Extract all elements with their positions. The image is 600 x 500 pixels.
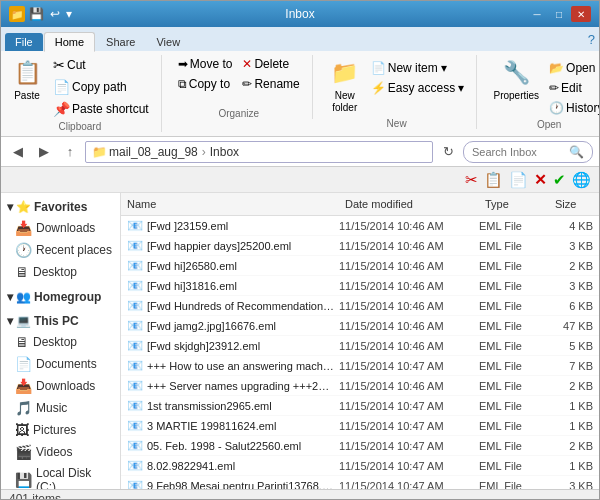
file-name: [Fwd hi]26580.eml	[147, 260, 339, 272]
col-header-name[interactable]: Name	[121, 196, 339, 212]
sidebar-item-recent[interactable]: 🕐 Recent places	[1, 239, 120, 261]
title-bar-left: 📁 💾 ↩ ▾	[9, 6, 72, 22]
cut-button[interactable]: ✂ Cut	[49, 55, 153, 75]
delete-button[interactable]: ✕ Delete	[238, 55, 303, 73]
table-row[interactable]: 📧 3 MARTIE 199811624.eml 11/15/2014 10:4…	[121, 416, 599, 436]
tab-view[interactable]: View	[146, 33, 190, 51]
maximize-button[interactable]: □	[549, 6, 569, 22]
path-segment-2[interactable]: Inbox	[210, 145, 239, 159]
table-row[interactable]: 📧 +++ How to use an answering machine (A…	[121, 356, 599, 376]
table-row[interactable]: 📧 [Fwd hi]26580.eml 11/15/2014 10:46 AM …	[121, 256, 599, 276]
newfolder-button[interactable]: 📁 New folder	[325, 55, 365, 116]
file-icon: 📧	[127, 398, 143, 413]
copyto-button[interactable]: ⧉ Copy to	[174, 75, 237, 93]
toolbar-delete-icon[interactable]: ✕	[534, 171, 547, 189]
menu-icon[interactable]: ▾	[66, 7, 72, 21]
table-row[interactable]: 📧 +++ Server names upgrading +++28097.em…	[121, 376, 599, 396]
table-row[interactable]: 📧 [Fwd ]23159.eml 11/15/2014 10:46 AM EM…	[121, 216, 599, 236]
properties-button[interactable]: 🔧 Properties	[489, 55, 543, 104]
sidebar-item-downloads[interactable]: 📥 Downloads	[1, 217, 120, 239]
search-box[interactable]: 🔍	[463, 141, 593, 163]
ribbon-tabs: File Home Share View ?	[1, 27, 599, 51]
homegroup-icon: 👥	[16, 290, 31, 304]
sidebar-item-pictures[interactable]: 🖼 Pictures	[1, 419, 120, 441]
table-row[interactable]: 📧 [Fwd Hundreds of Recommendations from …	[121, 296, 599, 316]
search-icon: 🔍	[569, 145, 584, 159]
newitem-label: New item ▾	[388, 61, 447, 75]
undo-icon[interactable]: ↩	[50, 7, 60, 21]
file-size: 1 KB	[549, 460, 599, 472]
save-icon[interactable]: 💾	[29, 7, 44, 21]
desktop-fav-icon: 🖥	[15, 264, 29, 280]
chevron-right-icon: ▾	[7, 290, 13, 304]
thispc-chevron-icon: ▾	[7, 314, 13, 328]
file-icon: 📧	[127, 438, 143, 453]
file-icon: 📧	[127, 218, 143, 233]
table-row[interactable]: 📧 [Fwd skjdgh]23912.eml 11/15/2014 10:46…	[121, 336, 599, 356]
clipboard-group-label: Clipboard	[58, 119, 101, 132]
col-header-type[interactable]: Type	[479, 196, 549, 212]
sidebar-header-favorites[interactable]: ▾ ⭐ Favorites	[1, 197, 120, 217]
sidebar-item-desktop-fav[interactable]: 🖥 Desktop	[1, 261, 120, 283]
toolbar-copy-icon[interactable]: 📋	[484, 171, 503, 189]
history-button[interactable]: 🕐 History	[545, 99, 600, 117]
copy-button[interactable]: 📄 Copy path	[49, 77, 153, 97]
table-row[interactable]: 📧 05. Feb. 1998 - Salut22560.eml 11/15/2…	[121, 436, 599, 456]
file-date: 11/15/2014 10:46 AM	[339, 380, 479, 392]
toolbar-check-icon[interactable]: ✔	[553, 171, 566, 189]
sidebar-section-favorites: ▾ ⭐ Favorites 📥 Downloads 🕐 Recent place…	[1, 197, 120, 283]
downloads-icon: 📥	[15, 220, 32, 236]
rename-button[interactable]: ✏ Rename	[238, 75, 303, 93]
refresh-button[interactable]: ↻	[437, 141, 459, 163]
table-row[interactable]: 📧 8.02.9822941.eml 11/15/2014 10:47 AM E…	[121, 456, 599, 476]
sidebar-item-localc[interactable]: 💾 Local Disk (C:)	[1, 463, 120, 489]
col-header-date[interactable]: Date modified	[339, 196, 479, 212]
sidebar-item-music[interactable]: 🎵 Music	[1, 397, 120, 419]
sidebar-item-videos[interactable]: 🎬 Videos	[1, 441, 120, 463]
table-row[interactable]: 📧 [Fwd jamg2.jpg]16676.eml 11/15/2014 10…	[121, 316, 599, 336]
easyaccess-button[interactable]: ⚡ Easy access ▾	[367, 79, 469, 97]
sidebar-item-desktop[interactable]: 🖥 Desktop	[1, 331, 120, 353]
help-icon[interactable]: ?	[588, 32, 595, 47]
table-row[interactable]: 📧 [Fwd hi]31816.eml 11/15/2014 10:46 AM …	[121, 276, 599, 296]
file-name: +++ Server names upgrading +++28097.eml	[147, 380, 339, 392]
file-name: [Fwd Hundreds of Recommendations from a …	[147, 300, 339, 312]
sidebar-header-homegroup[interactable]: ▾ 👥 Homegroup	[1, 287, 120, 307]
file-date: 11/15/2014 10:47 AM	[339, 440, 479, 452]
file-size: 2 KB	[549, 380, 599, 392]
toolbar-cut-icon[interactable]: ✂	[465, 171, 478, 189]
paste-button[interactable]: 📋 Paste	[7, 55, 47, 104]
music-icon: 🎵	[15, 400, 32, 416]
tab-home[interactable]: Home	[44, 32, 95, 52]
file-date: 11/15/2014 10:46 AM	[339, 280, 479, 292]
forward-button[interactable]: ▶	[33, 141, 55, 163]
organize-buttons: ➡ Move to ⧉ Copy to ✕ Delete ✏ R	[174, 55, 304, 106]
toolbar-paste-icon[interactable]: 📄	[509, 171, 528, 189]
tab-file[interactable]: File	[5, 33, 43, 51]
col-header-size[interactable]: Size	[549, 196, 599, 212]
moveto-button[interactable]: ➡ Move to	[174, 55, 237, 73]
open-button[interactable]: 📂 Open ▾	[545, 59, 600, 77]
close-button[interactable]: ✕	[571, 6, 591, 22]
newitem-button[interactable]: 📄 New item ▾	[367, 59, 469, 77]
search-input[interactable]	[472, 146, 569, 158]
sidebar-item-downloads2[interactable]: 📥 Downloads	[1, 375, 120, 397]
tab-share[interactable]: Share	[96, 33, 145, 51]
file-size: 3 KB	[549, 240, 599, 252]
table-row[interactable]: 📧 [Fwd happier days]25200.eml 11/15/2014…	[121, 236, 599, 256]
address-path[interactable]: 📁 mail_08_aug_98 › Inbox	[85, 141, 433, 163]
moveto-icon: ➡	[178, 57, 188, 71]
paste-shortcut-button[interactable]: 📌 Paste shortcut	[49, 99, 153, 119]
minimize-button[interactable]: ─	[527, 6, 547, 22]
file-date: 11/15/2014 10:46 AM	[339, 260, 479, 272]
back-button[interactable]: ◀	[7, 141, 29, 163]
up-button[interactable]: ↑	[59, 141, 81, 163]
sidebar-item-documents[interactable]: 📄 Documents	[1, 353, 120, 375]
toolbar-globe-icon[interactable]: 🌐	[572, 171, 591, 189]
table-row[interactable]: 📧 9 Feb98 Mesaj pentru Parinti13768.eml …	[121, 476, 599, 489]
path-segment-1[interactable]: mail_08_aug_98	[109, 145, 198, 159]
paste-label: Paste	[14, 90, 40, 102]
edit-button[interactable]: ✏ Edit	[545, 79, 600, 97]
table-row[interactable]: 📧 1st transmission2965.eml 11/15/2014 10…	[121, 396, 599, 416]
sidebar-header-thispc[interactable]: ▾ 💻 This PC	[1, 311, 120, 331]
